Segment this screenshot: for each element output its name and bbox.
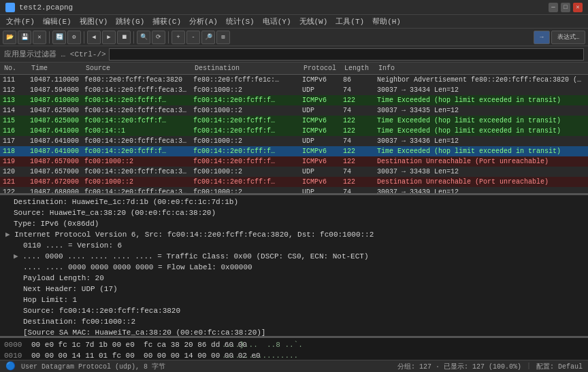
table-row[interactable]: 11410487.625000fc00:14::2e0:fcff:feca:38… <box>0 105 588 116</box>
detail-line[interactable]: 0110 .... = Version: 6 <box>0 240 588 251</box>
detail-line[interactable]: Destination: fc00:1000::2 <box>0 316 588 327</box>
status-message: User Datagram Protocol (udp), 8 字节 <box>21 362 165 371</box>
detail-line[interactable]: ▶ .... 0000 .... .... .... .... = Traffi… <box>0 251 588 262</box>
save-button[interactable]: 💾 <box>18 31 31 44</box>
detail-area: Destination: HuaweiTe_1c:7d:1b (00:e0:fc… <box>0 195 588 360</box>
menu-stats[interactable]: 统计(S) <box>223 16 258 27</box>
minimize-button[interactable]: ─ <box>549 3 558 12</box>
close-button[interactable]: ✕ <box>573 3 583 12</box>
window-controls[interactable]: ─ □ ✕ <box>549 3 583 12</box>
title-bar: test2.pcapng ─ □ ✕ <box>0 0 588 15</box>
filter-label: 应用显示过滤器 … <Ctrl-/> <box>4 49 106 59</box>
find-button[interactable]: 🔍 <box>137 31 150 44</box>
filter-input[interactable] <box>109 48 584 61</box>
col-time: Time <box>29 65 83 72</box>
detail-line[interactable]: Hop Limit: 1 <box>0 294 588 305</box>
detail-line[interactable]: Payload Length: 20 <box>0 273 588 284</box>
menu-analyze[interactable]: 分析(A) <box>186 16 221 27</box>
stop-button[interactable]: ⏹ <box>117 31 131 44</box>
menu-jump[interactable]: 跳转(G) <box>112 16 148 27</box>
app-icon <box>5 3 15 12</box>
col-proto: Protocol <box>301 65 342 72</box>
hex-row: 0010 00 00 00 14 11 01 fc 00 00 00 00 14… <box>0 350 588 360</box>
table-row[interactable]: 12010487.657000fc00:14::2e0:fcff:feca:38… <box>0 167 588 177</box>
status-bar: 🔵 User Datagram Protocol (udp), 8 字节 分组:… <box>0 360 588 372</box>
menu-view[interactable]: 视图(V) <box>76 16 112 27</box>
table-row[interactable]: 12110487.672000fc00:1000::2fc00:14::2e0:… <box>0 177 588 187</box>
zoom-reset-button[interactable]: 🔎 <box>201 31 215 44</box>
packet-list: No. Time Source Destination Protocol Len… <box>0 63 588 195</box>
zoom-out-button[interactable]: - <box>186 31 200 44</box>
col-info: Info <box>376 65 587 72</box>
detail-line[interactable]: Destination: HuaweiTe_1c:7d:1b (00:e0:fc… <box>0 197 588 207</box>
filter-bar: 应用显示过滤器 … <Ctrl-/> <box>0 46 588 63</box>
window-title: test2.pcapng <box>19 3 73 12</box>
zoom-in-button[interactable]: + <box>172 31 185 44</box>
detail-line[interactable]: Source: fc00:14::2e0:fcff:feca:3820 <box>0 305 588 316</box>
col-source: Source <box>83 65 192 72</box>
menu-edit[interactable]: 编辑(E) <box>39 16 75 27</box>
table-row[interactable]: 11210487.594000fc00:14::2e0:fcff:feca:38… <box>0 85 588 95</box>
sep2 <box>84 31 84 44</box>
status-stats: 分组: 127 · 已显示: 127 (100.0%) <box>397 362 521 371</box>
detail-line[interactable]: Source: HuaweiTe_ca:38:20 (00:e0:fc:ca:3… <box>0 207 588 218</box>
detail-line[interactable]: Type: IPv6 (0x86dd) <box>0 218 588 229</box>
close-capture-button[interactable]: ✕ <box>33 31 46 44</box>
table-row[interactable]: 11110487.110000fe80::2e0:fcff:feca:3820f… <box>0 75 588 85</box>
sep3 <box>133 31 134 44</box>
status-profile: 配置: Defaul <box>536 362 583 371</box>
menu-capture[interactable]: 捕获(C) <box>149 16 184 27</box>
toolbar: 📂 💾 ✕ 🔄 ⚙ ◀ ▶ ⏹ 🔍 ⟳ + - 🔎 ⊞ → 表达式… <box>0 29 588 46</box>
detail-line[interactable]: ▶ Internet Protocol Version 6, Src: fc00… <box>0 229 588 240</box>
menu-phone[interactable]: 电话(Y) <box>259 16 295 27</box>
col-dest: Destination <box>192 65 301 72</box>
maximize-button[interactable]: □ <box>561 3 570 12</box>
expression-button[interactable]: 表达式… <box>551 31 585 44</box>
menu-tools[interactable]: 工具(T) <box>332 16 368 27</box>
status-sep: | <box>527 362 531 370</box>
table-row[interactable]: 11810487.641000fc00:14::2e0:fcff:f…fc00:… <box>0 146 588 156</box>
col-length: Length <box>342 65 376 72</box>
table-row[interactable]: 12210487.688000fc00:14::2e0:fcff:feca:38… <box>0 187 588 195</box>
table-row[interactable]: 11310487.610000fc00:14::2e0:fcff:f…fc00:… <box>0 95 588 105</box>
next-button[interactable]: ▶ <box>102 31 116 44</box>
table-row[interactable]: 11710487.641000fc00:14::2e0:fcff:feca:38… <box>0 136 588 146</box>
arrow-right-button[interactable]: → <box>534 31 550 44</box>
status-icon: 🔵 <box>5 361 16 371</box>
menu-file[interactable]: 文件(F) <box>3 16 38 27</box>
prefs-button[interactable]: ⚙ <box>67 31 81 44</box>
layout-button[interactable]: ⊞ <box>216 31 230 44</box>
detail-line[interactable]: [Source SA MAC: HuaweiTe_ca:38:20 (00:e0… <box>0 327 588 338</box>
menu-wireless[interactable]: 无线(W) <box>296 16 331 27</box>
hex-row: 0000 00 e0 fc 1c 7d 1b 00 e0 fc ca 38 20… <box>0 339 588 350</box>
table-row[interactable]: 11910487.657000fc00:1000::2fc00:14::2e0:… <box>0 156 588 167</box>
packet-list-rows: 11110487.110000fe80::2e0:fcff:feca:3820f… <box>0 75 588 195</box>
packet-list-header: No. Time Source Destination Protocol Len… <box>0 63 588 75</box>
table-row[interactable]: 11510487.625000fc00:14::2e0:fcff:f…fc00:… <box>0 116 588 126</box>
refresh-button[interactable]: ⟳ <box>152 31 165 44</box>
hex-dump: 0000 00 e0 fc 1c 7d 1b 00 e0 fc ca 38 20… <box>0 338 588 360</box>
packet-detail: Destination: HuaweiTe_1c:7d:1b (00:e0:fc… <box>0 195 588 338</box>
reload-button[interactable]: 🔄 <box>52 31 66 44</box>
menu-help[interactable]: 帮助(H) <box>369 16 404 27</box>
detail-line[interactable]: Next Header: UDP (17) <box>0 284 588 294</box>
prev-button[interactable]: ◀ <box>87 31 101 44</box>
menu-bar: 文件(F) 编辑(E) 视图(V) 跳转(G) 捕获(C) 分析(A) 统计(S… <box>0 15 588 29</box>
table-row[interactable]: 11610487.641000fc00:14::1fc00:14::2e0:fc… <box>0 126 588 136</box>
sep1 <box>49 31 50 44</box>
detail-line[interactable]: .... .... 0000 0000 0000 0000 = Flow Lab… <box>0 262 588 273</box>
col-no: No. <box>1 65 29 72</box>
sep4 <box>168 31 169 44</box>
open-button[interactable]: 📂 <box>3 31 16 44</box>
